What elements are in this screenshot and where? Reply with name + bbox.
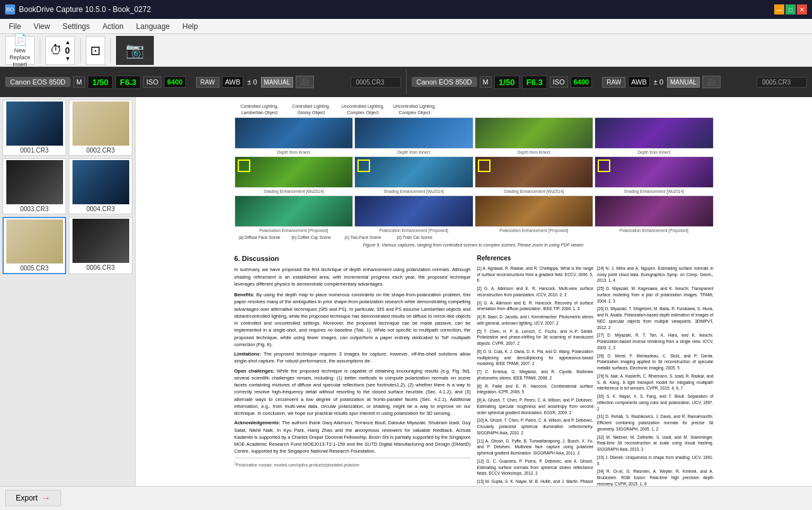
counter-controls[interactable]: ▲ 0 ▼ xyxy=(65,39,71,62)
fig-img-pe-1 xyxy=(235,195,354,227)
ref-item-right-3: [27] D. Miyazaki, R. T. Tan, K. Hara, an… xyxy=(597,332,714,351)
thumbnail-item-1[interactable]: 0002.CR3 xyxy=(69,100,132,156)
toolbar: 📄 New Replace Insert ⏱ ▲ 0 ▼ ⊡ 📷 xyxy=(0,34,812,67)
fig-sublabel-se-3: Shading Enhancement [Wu2014] xyxy=(504,188,564,194)
thumbnail-label-0: 0001.CR3 xyxy=(20,147,49,154)
ref-item-right-6: [30] S. K. Nayar, X. S. Fang, and T. Bou… xyxy=(597,393,714,412)
open-challenges-text: Open challenges: While the proposed tech… xyxy=(235,368,471,417)
counter-spinner[interactable]: ⏱ ▲ 0 ▼ xyxy=(45,36,75,65)
new-button[interactable]: 📄 New Replace Insert xyxy=(5,36,35,65)
ref-item-2: [3] G. A. Atkinson and E. R. Hancock. Re… xyxy=(477,300,594,313)
cam-right-raw[interactable]: RAW xyxy=(602,77,625,88)
maximize-button[interactable]: □ xyxy=(786,4,796,14)
cam-left-manual[interactable]: MANUAL xyxy=(261,77,294,88)
fig-cell-pe-2: Polarization Enhancement [Proposed] xyxy=(354,195,473,233)
fig-img-dk-2 xyxy=(354,117,473,149)
menu-help[interactable]: Help xyxy=(176,21,204,32)
cam-right-aperture: F6.3 xyxy=(522,76,547,89)
cam-left-raw[interactable]: RAW xyxy=(196,77,219,88)
fig-row-depth-kinect: Depth from Kinect Depth from Kinect Dept… xyxy=(235,117,714,155)
ref-item-5: [6] O. G. Cula, K. J. Dana, D. K. Pal, a… xyxy=(477,349,594,367)
menu-file[interactable]: File xyxy=(3,21,27,32)
toolbar-separator-3 xyxy=(110,38,111,63)
fig-highlight-3 xyxy=(478,159,490,172)
fig-sublabel-dk-2: Depth from Kinect xyxy=(397,149,430,155)
fig-sublabel-pe-4: Polarization Enhancement [Proposed] xyxy=(620,228,688,233)
camera-panel-right: Canon EOS 850D M 1/50 F6.3 ISO 6400 RAW … xyxy=(412,76,808,89)
cam-left-plusminus: ± 0 xyxy=(246,78,258,86)
menu-language[interactable]: Language xyxy=(130,21,176,32)
thumbnail-item-4[interactable]: 0005.CR3 xyxy=(3,217,66,274)
acknowledgements-title: Acknowledgements: xyxy=(235,420,281,426)
fig-row-polar: Polarization Enhancement [Proposed] Pola… xyxy=(235,195,714,233)
fig-cell-2: Depth from Kinect xyxy=(354,117,473,155)
cam-right-video[interactable]: 🎥 xyxy=(702,76,721,88)
thumbnail-item-3[interactable]: 0004.CR3 xyxy=(69,158,132,214)
cam-left-iso-value: 6400 xyxy=(164,76,185,88)
ref-item-10: [11] A. Ghosh, G. Fyffe, B. Tunwattanapo… xyxy=(477,438,594,456)
fig-col-label-3: Uncontrolled Lighting, Complex Object xyxy=(338,103,388,116)
fig-img-se-1 xyxy=(235,156,354,188)
cam-right-model: Canon EOS 850D xyxy=(412,77,477,87)
fig-cell-pe-4: Polarization Enhancement [Proposed] xyxy=(594,195,714,233)
new-icon: 📄 xyxy=(13,33,27,47)
score-4: (d) Train Car Scene xyxy=(390,235,440,240)
insert-label: Insert xyxy=(13,61,27,67)
toolbar-separator-1 xyxy=(40,38,40,63)
ref-item-8: [9] A. Ghosh, T. Chen, P. Peers, C. A. W… xyxy=(477,397,594,415)
acknowledgements-text: Acknowledgements: The authors thank Gary… xyxy=(235,419,471,455)
ref-item-0: [1] A. Agrawal, R. Raskar, and R. Chella… xyxy=(477,265,594,284)
menu-view[interactable]: View xyxy=(27,21,56,32)
close-button[interactable]: ✕ xyxy=(797,4,807,14)
cam-left-filename: 0005.CR3 xyxy=(351,77,401,88)
ref-item-right-1: [25] D. Miyazaki, M. Kagesawa, and K. Ik… xyxy=(597,286,714,304)
two-column-layout: 6. Discussion In summary, we have propos… xyxy=(235,253,714,486)
thumbnail-image-3 xyxy=(72,160,129,204)
counter-down[interactable]: ▼ xyxy=(65,55,71,62)
fig-cell-pe-1: Polarization Enhancement [Proposed] xyxy=(235,195,354,233)
counter-up[interactable]: ▲ xyxy=(65,39,71,45)
thumbnail-item-2[interactable]: 0003.CR3 xyxy=(3,158,66,214)
camera-icon: 📷 xyxy=(125,42,144,59)
menu-action[interactable]: Action xyxy=(96,21,130,32)
export-button[interactable]: Export → xyxy=(5,490,61,506)
thumbnail-image-5 xyxy=(72,219,129,263)
ref-item-7: [8] R. Faille and E. R. Hancock. Combina… xyxy=(477,383,594,396)
fig-cell-4: Depth from Kinect xyxy=(594,117,714,155)
crop-icon: ⊡ xyxy=(90,43,101,58)
fig-highlight-2 xyxy=(357,159,370,172)
content-viewer[interactable]: Controlled Lighting, Lambertian Object C… xyxy=(136,97,812,486)
fig-sublabel-pe-1: Polarization Enhancement [Proposed] xyxy=(259,228,328,233)
fig-img-se-3 xyxy=(475,156,594,188)
footnote: 1Polarization mosaic: mostek.com/optics-… xyxy=(235,458,471,468)
fig-row-shading: Shading Enhancement [Wu2014] Shading Enh… xyxy=(235,156,714,194)
thumbnail-image-4 xyxy=(6,219,63,264)
cam-right-fraction: 1/50 xyxy=(494,76,519,89)
thumbnail-item-5[interactable]: 0006.CR3 xyxy=(69,217,132,274)
export-arrow-icon: → xyxy=(42,493,50,503)
cam-right-manual[interactable]: MANUAL xyxy=(667,77,700,88)
menu-settings[interactable]: Settings xyxy=(56,21,96,32)
cam-left-fraction: 1/50 xyxy=(88,76,113,89)
ref-item-right-2: [26] D. Miyazaki, T. Shigetomi, M. Baba,… xyxy=(597,306,714,330)
fig-cell-1: Depth from Kinect xyxy=(235,117,354,155)
ref-item-6: [7] C. Entelua, G. Megiantz, and R. Cipo… xyxy=(477,369,594,381)
cam-left-awb: AWB xyxy=(222,76,244,88)
ref-item-right-9: [33] J. Dberek. Uniqueness in shape from… xyxy=(597,455,714,467)
fig-img-se-2 xyxy=(354,156,473,188)
fig-sublabel-pe-3: Polarization Enhancement [Proposed] xyxy=(499,228,568,233)
camera-button[interactable]: 📷 xyxy=(116,36,154,65)
minimize-button[interactable]: — xyxy=(774,4,784,14)
cam-left-video[interactable]: 🎥 xyxy=(296,76,314,88)
fig-sublabel-se-4: Shading Enhancement [Wu2014] xyxy=(624,188,684,194)
fig-img-dk-1 xyxy=(235,117,354,149)
thumbnail-item-0[interactable]: 0001.CR3 xyxy=(3,100,66,156)
fig-img-dk-4 xyxy=(594,117,714,149)
export-label: Export xyxy=(16,494,38,502)
ref-item-9: [10] A. Ghosh, T. Chen, P. Peers, C. A. … xyxy=(477,417,594,436)
score-row: (a) Diffuse Face Scene (b) Coffee Cup Sc… xyxy=(235,235,714,240)
fig-highlight-4 xyxy=(598,159,610,172)
crop-button[interactable]: ⊡ xyxy=(86,36,105,65)
fig-highlight-1 xyxy=(238,159,250,172)
app-icon: BD xyxy=(5,4,15,14)
